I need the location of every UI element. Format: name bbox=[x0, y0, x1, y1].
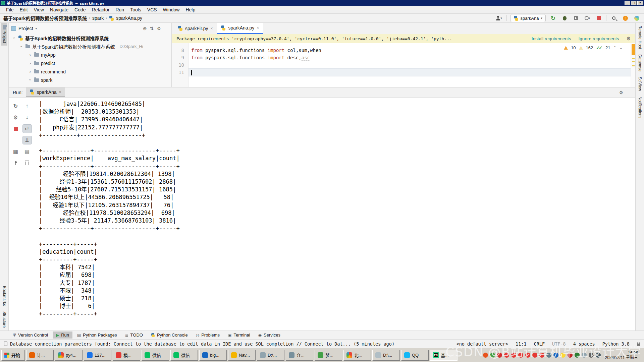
taskbar-item[interactable]: 模... bbox=[113, 350, 140, 361]
tray-icon[interactable] bbox=[539, 353, 544, 358]
print-icon[interactable]: ▤ bbox=[22, 146, 32, 157]
restore-layout-icon[interactable]: ▦ bbox=[11, 146, 20, 157]
status-line-ending[interactable]: CRLF bbox=[534, 341, 545, 347]
inspections-widget[interactable]: 10 162 ✓✓ 21 ⌃ ⌄ bbox=[564, 45, 623, 50]
menu-window[interactable]: Window bbox=[160, 6, 182, 13]
editor-gutter[interactable]: 8 9 10 11 bbox=[172, 43, 189, 87]
menu-refactor[interactable]: Refactor bbox=[89, 6, 112, 13]
status-db-server[interactable]: <no default server> bbox=[457, 341, 508, 347]
chevron-icon[interactable]: › bbox=[28, 52, 32, 57]
tool-tab-remote-host[interactable]: Remote Host bbox=[637, 23, 643, 52]
menu-navigate[interactable]: Navigate bbox=[47, 6, 71, 13]
tool-python-console[interactable]: Python Console bbox=[148, 331, 191, 339]
taskbar-item[interactable]: big... bbox=[199, 350, 227, 361]
lock-icon[interactable] bbox=[637, 344, 640, 346]
close-button[interactable]: × bbox=[637, 1, 643, 5]
taskbar-item[interactable]: Nav... bbox=[228, 350, 256, 361]
taskbar-item[interactable]: 计... bbox=[26, 350, 54, 361]
run-configuration-select[interactable]: sparkAna ▾ bbox=[510, 14, 546, 22]
menu-code[interactable]: Code bbox=[72, 6, 88, 13]
tray-icon[interactable] bbox=[546, 353, 551, 358]
menu-vcs[interactable]: VCS bbox=[145, 6, 160, 13]
tray-icon[interactable] bbox=[504, 353, 509, 358]
install-requirements-link[interactable]: Install requirements bbox=[532, 36, 571, 41]
tool-todo[interactable]: ≣TODO bbox=[122, 331, 146, 339]
chevron-icon[interactable]: › bbox=[28, 78, 33, 82]
scroll-to-end-icon[interactable]: ⇊ bbox=[22, 136, 32, 144]
gear-icon[interactable]: ⚙ bbox=[157, 26, 161, 31]
stop-button[interactable] bbox=[11, 123, 20, 134]
maximize-button[interactable]: □ bbox=[631, 1, 637, 5]
taskbar-item-qq[interactable]: QQ bbox=[401, 350, 429, 361]
menu-edit[interactable]: Edit bbox=[17, 6, 31, 13]
tray-icon[interactable] bbox=[497, 353, 502, 358]
chevron-icon[interactable]: › bbox=[19, 45, 24, 49]
tray-icon[interactable] bbox=[553, 353, 558, 358]
tray-icon[interactable] bbox=[560, 353, 566, 358]
tool-run[interactable]: ▶Run bbox=[53, 331, 72, 339]
tree-item-folder[interactable]: › 基于Spark的招聘数据分析预测推荐系统 D:\Spark_Hi bbox=[9, 42, 171, 51]
up-stacktrace-icon[interactable]: ↑ bbox=[22, 100, 32, 112]
tray-icon[interactable] bbox=[596, 353, 601, 358]
line-number[interactable]: 10 bbox=[172, 61, 184, 69]
chevron-icon[interactable]: › bbox=[28, 69, 32, 74]
coverage-button[interactable] bbox=[572, 14, 580, 22]
taskbar-item[interactable]: 北... bbox=[343, 350, 371, 361]
tray-icon[interactable] bbox=[511, 353, 516, 358]
console-output[interactable]: | java|22606.194690265485| |数据分析师| 20353… bbox=[34, 98, 635, 330]
tree-item-recommend[interactable]: › recommend bbox=[9, 67, 171, 76]
tool-terminal[interactable]: ▣Terminal bbox=[224, 331, 253, 339]
tool-tab-structure[interactable]: Structure bbox=[1, 309, 7, 330]
tray-icon[interactable] bbox=[490, 353, 495, 358]
taskbar-item[interactable]: D:\... bbox=[372, 350, 400, 361]
status-indent[interactable]: 4 spaces bbox=[573, 341, 595, 347]
tray-icon[interactable] bbox=[518, 353, 523, 358]
editor-error-stripe[interactable] bbox=[631, 43, 635, 87]
search-everywhere-button[interactable] bbox=[610, 14, 618, 22]
tab-sparkfir[interactable]: sparkFir.py × bbox=[174, 23, 217, 34]
update-button[interactable]: ↑ bbox=[621, 14, 629, 22]
tool-tab-bookmarks[interactable]: Bookmarks bbox=[1, 283, 7, 309]
tray-icon[interactable] bbox=[589, 353, 594, 358]
event-log-icon[interactable] bbox=[4, 342, 7, 346]
code-column[interactable]: from pyspark.sql.functions import col,su… bbox=[189, 43, 631, 87]
run-tab-sparkana[interactable]: sparkAna × bbox=[26, 87, 65, 97]
gear-icon[interactable]: ⚙ bbox=[626, 36, 631, 41]
modify-run-config-icon[interactable]: ⚙ bbox=[11, 112, 20, 123]
close-tab-icon[interactable]: × bbox=[257, 25, 259, 30]
breadcrumb-file[interactable]: sparkAna.py bbox=[116, 15, 142, 21]
taskbar-item[interactable]: D:\... bbox=[257, 350, 284, 361]
taskbar-item[interactable]: py4... bbox=[55, 350, 83, 361]
hide-panel-icon[interactable]: — bbox=[164, 26, 169, 31]
gear-icon[interactable]: ⚙ bbox=[619, 90, 623, 95]
tree-item-predict[interactable]: › predict bbox=[9, 59, 171, 67]
tray-icon[interactable] bbox=[483, 353, 488, 358]
tree-item-myapp[interactable]: › myApp bbox=[9, 51, 171, 59]
tool-tab-database[interactable]: Database bbox=[637, 52, 643, 74]
chevron-icon[interactable]: › bbox=[12, 36, 17, 40]
close-tab-icon[interactable]: × bbox=[59, 90, 61, 95]
clear-console-button[interactable] bbox=[22, 157, 32, 169]
menu-file[interactable]: File bbox=[3, 6, 16, 13]
locate-file-icon[interactable]: ⊕ bbox=[143, 26, 147, 31]
menu-tools[interactable]: Tools bbox=[127, 6, 144, 13]
tree-item-root[interactable]: › 基于Spark的招聘数据分析预测推荐系统 bbox=[9, 34, 171, 42]
taskbar-item-wechat[interactable]: 微信 bbox=[170, 350, 198, 361]
chevron-icon[interactable]: › bbox=[28, 61, 32, 66]
tab-sparkana[interactable]: sparkAna.py × bbox=[217, 23, 263, 34]
menu-view[interactable]: View bbox=[31, 6, 47, 13]
next-issue-icon[interactable]: ⌄ bbox=[620, 46, 623, 50]
tool-tab-sciview[interactable]: SciView bbox=[637, 74, 643, 94]
taskbar-item[interactable]: 介... bbox=[286, 350, 313, 361]
hide-panel-icon[interactable]: — bbox=[627, 90, 631, 95]
tool-tab-notifications[interactable]: Notifications bbox=[637, 94, 643, 121]
gradient-plugin-button[interactable] bbox=[633, 14, 641, 22]
ignore-requirements-link[interactable]: Ignore requirements bbox=[579, 36, 619, 41]
soft-wrap-icon[interactable]: ↵ bbox=[22, 124, 32, 133]
status-message[interactable]: Database connection parameters found: Co… bbox=[10, 341, 394, 347]
tool-version-control[interactable]: ΨVersion Control bbox=[9, 331, 51, 339]
close-tab-icon[interactable]: × bbox=[210, 26, 213, 31]
expand-all-icon[interactable]: ⇅ bbox=[150, 26, 154, 31]
tool-python-packages[interactable]: ▤Python Packages bbox=[74, 331, 120, 339]
stop-button[interactable] bbox=[595, 14, 603, 22]
